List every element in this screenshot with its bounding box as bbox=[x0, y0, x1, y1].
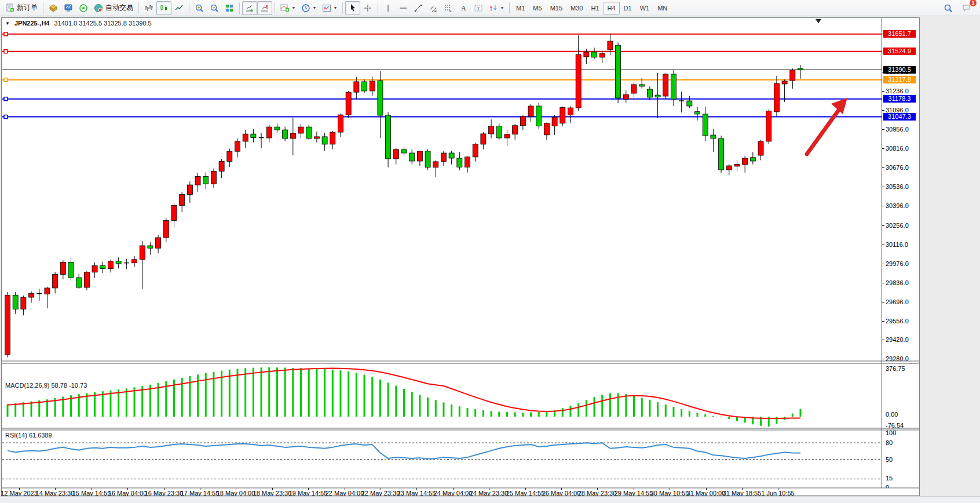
periods-button[interactable]: ▾ bbox=[298, 1, 319, 15]
chevron-down-icon[interactable]: ▾ bbox=[334, 5, 337, 10]
candle bbox=[393, 148, 398, 164]
chat-button[interactable]: 1 bbox=[959, 1, 974, 15]
level-price-badge: 31651.7 bbox=[883, 30, 916, 38]
current-price-badge: 31390.5 bbox=[883, 66, 916, 74]
indicators-button[interactable]: ▾ bbox=[277, 1, 298, 15]
timeframe-button-m1[interactable]: M1 bbox=[512, 2, 529, 14]
status-bar bbox=[0, 496, 980, 503]
candle bbox=[687, 96, 692, 108]
signals-button[interactable] bbox=[76, 1, 91, 15]
line-chart-button[interactable] bbox=[171, 1, 187, 15]
bar-chart-button[interactable] bbox=[141, 1, 156, 15]
level-line-handle[interactable] bbox=[4, 97, 8, 101]
candle-body bbox=[584, 52, 589, 57]
terminal-button[interactable] bbox=[61, 1, 76, 15]
timeframe-button-h1[interactable]: H1 bbox=[587, 2, 603, 14]
chart-shift-button[interactable] bbox=[257, 1, 272, 15]
timeframe-button-mn[interactable]: MN bbox=[653, 2, 671, 14]
arrows-button[interactable]: ▾ bbox=[486, 1, 507, 15]
auto-scroll-icon bbox=[245, 3, 254, 13]
chevron-down-icon[interactable]: ▾ bbox=[292, 5, 295, 10]
candle bbox=[243, 130, 248, 148]
cursor-icon bbox=[348, 3, 357, 13]
chart-shift-marker[interactable] bbox=[816, 19, 821, 23]
candle bbox=[790, 68, 795, 89]
search-icon bbox=[944, 3, 953, 13]
bar-chart-icon bbox=[144, 3, 153, 13]
tile-windows-button[interactable] bbox=[222, 1, 237, 15]
zoom-in-button[interactable] bbox=[192, 1, 207, 15]
level-price-badge: 31524.9 bbox=[883, 48, 916, 55]
level-line-handle[interactable] bbox=[4, 78, 8, 82]
candle-body bbox=[417, 151, 422, 161]
equidistant-channel-button[interactable]: E bbox=[426, 1, 441, 15]
candle bbox=[465, 156, 470, 172]
candle-body bbox=[116, 261, 121, 264]
new-order-button[interactable]: 新订单 bbox=[2, 1, 41, 15]
autotrading-icon bbox=[94, 3, 103, 13]
candle-body bbox=[76, 278, 82, 287]
timeframe-button-h4[interactable]: H4 bbox=[604, 2, 620, 14]
level-line-handle[interactable] bbox=[4, 32, 8, 36]
text-icon: A bbox=[459, 3, 468, 13]
candle-body bbox=[536, 106, 542, 126]
search-button[interactable] bbox=[941, 1, 956, 15]
candle-body bbox=[441, 153, 446, 162]
annotation-arrow-shaft[interactable] bbox=[807, 106, 842, 154]
horizontal-line-button[interactable] bbox=[396, 1, 411, 15]
vertical-line-button[interactable] bbox=[381, 1, 396, 15]
candle bbox=[116, 257, 121, 268]
svg-text:E: E bbox=[434, 9, 437, 13]
candle-body bbox=[290, 133, 295, 138]
chevron-down-icon[interactable]: ▾ bbox=[500, 5, 504, 10]
candlestick-chart-button[interactable] bbox=[156, 1, 171, 15]
candle bbox=[695, 107, 700, 121]
auto-scroll-button[interactable] bbox=[242, 1, 257, 15]
candle-body bbox=[513, 126, 518, 134]
candle-body bbox=[92, 265, 97, 272]
candle bbox=[616, 42, 621, 103]
fibonacci-button[interactable]: F bbox=[441, 1, 456, 15]
candle bbox=[417, 151, 422, 166]
candle bbox=[156, 235, 161, 253]
candle-body bbox=[520, 116, 525, 126]
candle-body bbox=[766, 111, 771, 141]
toolbar-separator bbox=[342, 2, 343, 14]
candle bbox=[489, 119, 494, 138]
cursor-button[interactable] bbox=[345, 1, 360, 15]
candle-body bbox=[631, 85, 637, 93]
candle-body bbox=[544, 123, 549, 135]
text-label-button[interactable]: T bbox=[471, 1, 486, 15]
candle bbox=[180, 192, 185, 212]
autotrading-button[interactable]: 自动交易 bbox=[91, 1, 136, 15]
timeframe-button-m5[interactable]: M5 bbox=[529, 2, 546, 14]
timeframe-button-w1[interactable]: W1 bbox=[636, 2, 654, 14]
candle bbox=[108, 260, 113, 272]
level-line-handle[interactable] bbox=[4, 115, 8, 119]
text-button[interactable]: A bbox=[456, 1, 471, 15]
zoom-out-button[interactable] bbox=[207, 1, 222, 15]
level-line-handle[interactable] bbox=[4, 50, 8, 53]
timeframe-button-m15[interactable]: M15 bbox=[546, 2, 566, 14]
candle-body bbox=[171, 206, 177, 221]
timeframe-button-d1[interactable]: D1 bbox=[620, 2, 636, 14]
candle-body bbox=[433, 162, 438, 167]
candle-body bbox=[552, 117, 557, 126]
candle-body bbox=[362, 82, 367, 91]
crosshair-button[interactable] bbox=[360, 1, 375, 15]
candle bbox=[298, 124, 303, 138]
trendline-button[interactable] bbox=[411, 1, 426, 15]
candle bbox=[203, 173, 209, 189]
candle-body bbox=[322, 137, 327, 144]
rsi-line bbox=[8, 443, 800, 459]
candle-body bbox=[21, 297, 26, 309]
candle-body bbox=[393, 150, 398, 159]
candle-body bbox=[195, 176, 200, 185]
chevron-down-icon[interactable]: ▾ bbox=[313, 5, 316, 10]
candle bbox=[774, 76, 779, 116]
candle bbox=[401, 147, 407, 156]
data-window-button[interactable] bbox=[46, 1, 61, 15]
timeframe-button-m30[interactable]: M30 bbox=[566, 2, 587, 14]
templates-button[interactable]: ▾ bbox=[319, 1, 340, 15]
candle bbox=[100, 261, 105, 273]
